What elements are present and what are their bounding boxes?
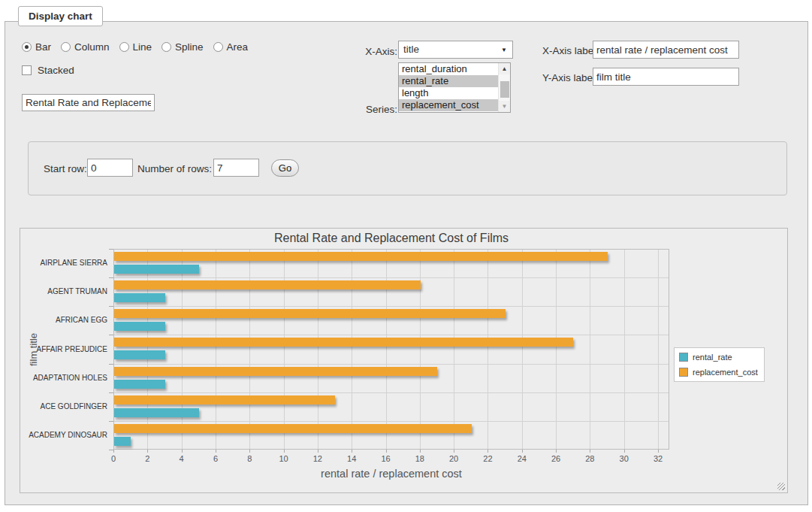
chart-type-option-bar[interactable]: Bar: [22, 41, 51, 53]
grid-line-vertical: [352, 250, 352, 449]
y-tick: [109, 421, 113, 422]
scroll-down-icon[interactable]: ▼: [499, 101, 510, 112]
number-of-rows-input[interactable]: [213, 159, 259, 177]
chart-type-option-area[interactable]: Area: [213, 41, 249, 53]
stacked-checkbox[interactable]: [22, 65, 32, 75]
series-option-rental_duration[interactable]: rental_duration: [399, 63, 499, 75]
x-tick-label: 24: [513, 454, 531, 463]
grid-line-horizontal: [114, 392, 669, 393]
radio-column-icon[interactable]: [61, 42, 71, 52]
radio-line-icon[interactable]: [119, 42, 129, 52]
x-tick: [658, 450, 659, 453]
chart-type-option-column[interactable]: Column: [61, 41, 110, 53]
bar-rental_rate: [114, 437, 131, 446]
x-tick-label: 30: [615, 454, 633, 463]
legend-label: replacement_cost: [693, 368, 758, 377]
x-tick-label: 6: [207, 454, 225, 463]
chart-resize-handle[interactable]: [777, 483, 785, 490]
x-tick-label: 0: [104, 454, 122, 463]
x-tick-label: 10: [275, 454, 293, 463]
chart-type-label: Column: [74, 41, 110, 53]
x-tick: [147, 450, 148, 453]
series-option-length[interactable]: length: [399, 87, 499, 99]
stacked-option[interactable]: Stacked: [22, 65, 74, 76]
y-axis-label-label: Y-Axis label:: [542, 72, 598, 83]
chart-type-option-spline[interactable]: Spline: [161, 41, 204, 53]
x-tick-label: 16: [377, 454, 395, 463]
grid-line-vertical: [488, 250, 488, 449]
x-axis-select-label: X-Axis:: [334, 46, 397, 57]
go-button[interactable]: Go: [271, 159, 299, 177]
grid-line-horizontal: [114, 277, 669, 278]
grid-line-vertical: [182, 250, 183, 449]
chart-type-label: Area: [227, 41, 249, 53]
bar-rental_rate: [114, 322, 165, 331]
bar-replacement_cost: [114, 252, 608, 261]
legend-label: rental_rate: [693, 353, 732, 362]
chart-type-label: Line: [133, 41, 152, 53]
grid-line-vertical: [216, 250, 216, 449]
x-tick: [386, 450, 387, 453]
grid-line-vertical: [249, 250, 250, 449]
bar-replacement_cost: [114, 424, 472, 433]
start-row-input[interactable]: [87, 159, 133, 177]
x-tick: [318, 450, 318, 453]
y-tick: [109, 364, 113, 365]
chart-type-option-line[interactable]: Line: [119, 41, 152, 53]
series-listbox[interactable]: rental_durationrental_ratelengthreplacem…: [398, 62, 511, 113]
x-tick: [590, 450, 590, 453]
x-axis-label-label: X-Axis label:: [542, 45, 599, 56]
grid-line-vertical: [318, 250, 318, 449]
chart-type-label: Spline: [175, 41, 204, 53]
x-tick-label: 28: [581, 454, 599, 463]
start-row-label: Start row:: [44, 163, 87, 174]
legend-item: replacement_cost: [679, 368, 758, 377]
grid-line-vertical: [658, 250, 659, 449]
x-tick: [352, 450, 352, 453]
grid-line-vertical: [556, 250, 557, 449]
x-axis-label-input[interactable]: [593, 41, 739, 59]
scroll-up-icon[interactable]: ▲: [499, 63, 510, 74]
scrollbar-thumb[interactable]: [500, 81, 509, 98]
x-tick-label: 32: [649, 454, 667, 463]
series-option-replacement_cost[interactable]: replacement_cost: [399, 99, 499, 111]
y-tick: [109, 335, 113, 335]
x-tick: [522, 450, 523, 453]
bar-replacement_cost: [114, 338, 573, 347]
bar-rental_rate: [114, 408, 199, 417]
chart-title-input[interactable]: [22, 94, 155, 111]
series-option-rental_rate[interactable]: rental_rate: [399, 75, 499, 87]
grid-line-horizontal: [114, 335, 669, 335]
x-axis-select[interactable]: title ▼: [398, 41, 513, 59]
x-tick-label: 8: [240, 454, 258, 463]
page: Display chart BarColumnLineSplineArea St…: [0, 0, 812, 512]
y-tick: [109, 306, 113, 307]
x-tick: [488, 450, 488, 453]
listbox-scrollbar[interactable]: ▲ ▼: [498, 63, 510, 112]
x-tick: [556, 450, 557, 453]
y-tick: [109, 249, 113, 250]
radio-bar-icon[interactable]: [22, 42, 32, 52]
dropdown-arrow-icon: ▼: [501, 47, 507, 53]
x-tick-label: 20: [445, 454, 463, 463]
bar-replacement_cost: [114, 395, 335, 404]
x-axis-selected-value: title: [403, 44, 419, 55]
grid-line-horizontal: [114, 364, 669, 365]
y-axis-label-input[interactable]: [593, 68, 739, 86]
x-tick: [182, 450, 183, 453]
chart: Rental Rate and Replacement Cost of Film…: [20, 228, 788, 493]
grid-line-horizontal: [114, 306, 669, 307]
grid-line-vertical: [522, 250, 523, 449]
chart-title: Rental Rate and Replacement Cost of Film…: [113, 232, 669, 245]
radio-spline-icon[interactable]: [161, 42, 171, 52]
x-tick: [113, 450, 114, 453]
chart-type-options: BarColumnLineSplineArea: [22, 41, 248, 53]
legend-swatch-rental_rate: [679, 353, 688, 362]
x-tick-label: 22: [478, 454, 497, 463]
plot-area: [113, 249, 669, 450]
x-tick-label: 12: [309, 454, 327, 463]
radio-area-icon[interactable]: [213, 42, 223, 52]
bar-replacement_cost: [114, 280, 421, 289]
x-tick-label: 18: [411, 454, 429, 463]
x-tick: [284, 450, 285, 453]
